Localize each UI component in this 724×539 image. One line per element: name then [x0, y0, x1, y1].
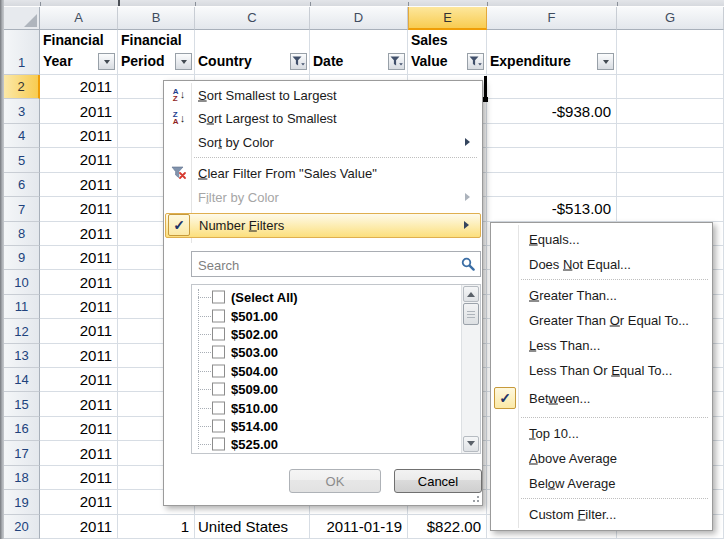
row-header-6[interactable]: 6: [4, 173, 40, 197]
value-checkbox[interactable]: [212, 401, 225, 414]
submenu-item-does-not-equal[interactable]: Does Not Equal...: [492, 251, 711, 276]
value-checkbox[interactable]: [212, 309, 225, 322]
submenu-item-greater-than-or-equal-to[interactable]: Greater Than Or Equal To...: [492, 307, 711, 332]
menu-item-sort-smallest-to-largest[interactable]: AZ↓Sort Smallest to Largest: [165, 83, 481, 107]
value-row--510-00[interactable]: $510.00: [192, 398, 462, 416]
submenu-item-less-than-or-equal-to[interactable]: Less Than Or Equal To...: [492, 357, 711, 382]
cell-A7[interactable]: 2011: [40, 197, 118, 221]
submenu-item-equals[interactable]: Equals...: [492, 226, 711, 251]
filter-dropdown-button-A[interactable]: [98, 53, 115, 70]
value-checkbox[interactable]: [212, 291, 225, 304]
header-cell-F[interactable]: Expenditure: [487, 30, 617, 75]
submenu-item-below-average[interactable]: Below Average: [492, 470, 711, 495]
submenu-item-greater-than[interactable]: Greater Than...: [492, 282, 711, 307]
cell-A13[interactable]: 2011: [40, 344, 118, 368]
row-header-3[interactable]: 3: [4, 99, 40, 123]
scroll-down-button[interactable]: [463, 436, 479, 452]
row-header-4[interactable]: 4: [4, 124, 40, 148]
cell-F6[interactable]: [487, 173, 617, 197]
cell-G6[interactable]: [617, 173, 724, 197]
row-header-10[interactable]: 10: [4, 270, 40, 294]
value-row--502-00[interactable]: $502.00: [192, 325, 462, 343]
cancel-button[interactable]: Cancel: [394, 469, 482, 493]
cell-A12[interactable]: 2011: [40, 319, 118, 343]
header-cell-D[interactable]: Date: [310, 30, 408, 75]
row-header-9[interactable]: 9: [4, 246, 40, 270]
scrollbar-thumb[interactable]: [463, 303, 479, 325]
column-header-B[interactable]: B: [118, 6, 195, 30]
row-header-15[interactable]: 15: [4, 392, 40, 416]
list-scrollbar[interactable]: [461, 285, 480, 453]
search-input[interactable]: [196, 254, 450, 276]
cell-F3[interactable]: -$938.00: [487, 99, 617, 123]
cell-G3[interactable]: [617, 99, 724, 123]
cell-A18[interactable]: 2011: [40, 466, 118, 490]
column-header-A[interactable]: A: [40, 6, 118, 30]
cell-G7[interactable]: [617, 197, 724, 221]
column-header-G[interactable]: G: [617, 6, 724, 30]
header-cell-G[interactable]: [617, 30, 724, 75]
filter-applied-button-D[interactable]: [388, 53, 405, 70]
resize-grip[interactable]: [469, 492, 479, 502]
value-row--501-00[interactable]: $501.00: [192, 306, 462, 324]
cell-C20[interactable]: United States: [195, 515, 310, 539]
column-header-D[interactable]: D: [310, 6, 408, 30]
filter-dropdown-button-B[interactable]: [175, 53, 192, 70]
submenu-item-custom-filter[interactable]: Custom Filter...: [492, 501, 711, 526]
cell-A8[interactable]: 2011: [40, 222, 118, 246]
cell-D20[interactable]: 2011-01-19: [310, 515, 408, 539]
menu-item-clear-filter-from-sales-value[interactable]: Clear Filter From "Sales Value": [165, 161, 481, 185]
submenu-item-above-average[interactable]: Above Average: [492, 445, 711, 470]
header-cell-A[interactable]: FinancialYear: [40, 30, 118, 75]
row-header-11[interactable]: 11: [4, 295, 40, 319]
cell-A6[interactable]: 2011: [40, 173, 118, 197]
cell-A5[interactable]: 2011: [40, 148, 118, 172]
value-checkbox[interactable]: [212, 383, 225, 396]
cell-A16[interactable]: 2011: [40, 417, 118, 441]
cell-A4[interactable]: 2011: [40, 124, 118, 148]
row-header-12[interactable]: 12: [4, 319, 40, 343]
submenu-item-top-10[interactable]: Top 10...: [492, 420, 711, 445]
header-cell-C[interactable]: Country: [195, 30, 310, 75]
fill-handle[interactable]: [483, 97, 488, 102]
row-header-16[interactable]: 16: [4, 417, 40, 441]
filter-applied-button-E[interactable]: [467, 53, 484, 70]
cell-A11[interactable]: 2011: [40, 295, 118, 319]
cell-A2[interactable]: 2011: [40, 75, 118, 99]
value-row--503-00[interactable]: $503.00: [192, 343, 462, 361]
cell-A20[interactable]: 2011: [40, 515, 118, 539]
value-checkbox[interactable]: [212, 364, 225, 377]
row-header-8[interactable]: 8: [4, 222, 40, 246]
row-header-1[interactable]: 1: [4, 30, 40, 75]
row-header-19[interactable]: 19: [4, 490, 40, 514]
cell-A10[interactable]: 2011: [40, 270, 118, 294]
value-row--504-00[interactable]: $504.00: [192, 362, 462, 380]
row-header-7[interactable]: 7: [4, 197, 40, 221]
cell-A19[interactable]: 2011: [40, 490, 118, 514]
row-header-13[interactable]: 13: [4, 344, 40, 368]
cell-F5[interactable]: [487, 148, 617, 172]
cell-F7[interactable]: -$513.00: [487, 197, 617, 221]
header-cell-B[interactable]: FinancialPeriod: [118, 30, 195, 75]
cell-A15[interactable]: 2011: [40, 392, 118, 416]
cell-F2[interactable]: [487, 75, 617, 99]
value-checkbox[interactable]: [212, 419, 225, 432]
row-header-20[interactable]: 20: [4, 515, 40, 539]
cell-A14[interactable]: 2011: [40, 368, 118, 392]
filter-dropdown-button-F[interactable]: [597, 53, 614, 70]
value-row--514-00[interactable]: $514.00: [192, 417, 462, 435]
scroll-up-button[interactable]: [463, 286, 479, 302]
cell-F4[interactable]: [487, 124, 617, 148]
cell-B20[interactable]: 1: [118, 515, 195, 539]
menu-item-number-filters[interactable]: ✓Number Filters: [165, 213, 481, 239]
cell-G2[interactable]: [617, 75, 724, 99]
cell-G4[interactable]: [617, 124, 724, 148]
cell-G5[interactable]: [617, 148, 724, 172]
row-header-14[interactable]: 14: [4, 368, 40, 392]
value-row--select-all-[interactable]: (Select All): [192, 288, 462, 306]
menu-item-sort-largest-to-smallest[interactable]: ZA↓Sort Largest to Smallest: [165, 107, 481, 131]
submenu-item-less-than[interactable]: Less Than...: [492, 332, 711, 357]
menu-item-sort-by-color[interactable]: Sort by Color: [165, 130, 481, 154]
cell-A17[interactable]: 2011: [40, 441, 118, 465]
header-cell-E[interactable]: SalesValue: [408, 30, 487, 75]
